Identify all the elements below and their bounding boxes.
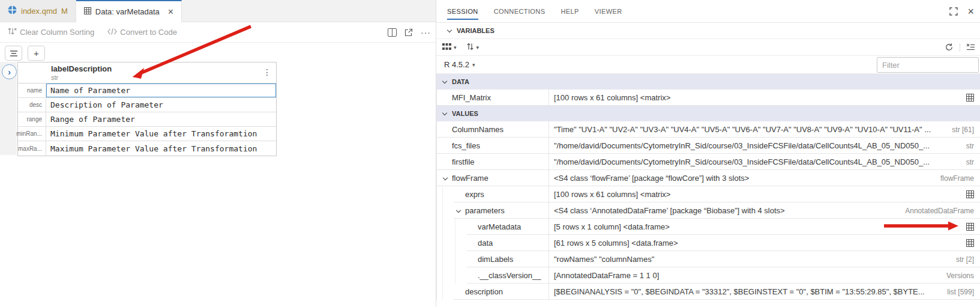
table-row: descDescription of Parameter (18, 98, 276, 112)
variable-name-cell: exprs (437, 186, 549, 202)
display-mode-dropdown[interactable]: ▾ (442, 42, 457, 53)
variable-type-badge: flowFrame (934, 174, 980, 183)
tab-connections[interactable]: CONNECTIONS (494, 0, 546, 22)
split-editor-icon[interactable] (388, 28, 397, 37)
close-panel-icon[interactable]: × (967, 6, 974, 17)
variables-toolbar: ▾ ▾ (436, 39, 980, 56)
summary-layout-button[interactable] (5, 46, 22, 61)
variable-row-description[interactable]: description[$BEGINANALYSIS = "0", $BEGIN… (436, 284, 980, 300)
caret-down-icon: ▾ (476, 44, 479, 50)
tab-data-varmetadata[interactable]: Data: varMetadata × (76, 0, 182, 22)
table-cell[interactable]: Name of Parameter (46, 84, 276, 97)
table-cell[interactable]: Range of Parameter (46, 112, 276, 126)
variable-row-varmetadata[interactable]: varMetadata[5 rows x 1 column] <data.fra… (436, 219, 980, 235)
tab-viewer[interactable]: VIEWER (595, 0, 622, 22)
panel-actions: × (949, 6, 974, 17)
chevron-down-icon[interactable] (455, 207, 463, 215)
variable-name: ColumnNames (452, 125, 504, 134)
variable-type-badge: str (960, 158, 980, 166)
open-data-grid-icon[interactable] (960, 94, 980, 102)
tab-help[interactable]: HELP (561, 0, 579, 22)
variable-value: [100 rows x 61 columns] <matrix> (549, 186, 960, 202)
metadata-table-rows: nameName of ParameterdescDescription of … (18, 84, 276, 156)
variable-row-data[interactable]: data[61 rows x 5 columns] <data.frame> (436, 235, 980, 251)
table-row: maxRa...Maximum Parameter Value after Tr… (18, 141, 276, 156)
open-in-new-window-icon[interactable] (404, 28, 413, 37)
variable-row-exprs[interactable]: exprs[100 rows x 61 columns] <matrix> (436, 186, 980, 202)
variable-type-badge: AnnotatedDataFrame (899, 207, 980, 215)
indent-guide (455, 251, 467, 267)
variable-name-cell: flowFrame (437, 170, 549, 186)
section-header-values[interactable]: VALUES (436, 106, 980, 121)
variable-name-cell: parameters (437, 202, 549, 219)
clear-column-sorting-button[interactable]: Clear Column Sorting (7, 27, 94, 37)
tab-session[interactable]: SESSION (447, 0, 478, 22)
tab-label: VIEWER (595, 8, 622, 15)
more-actions-icon[interactable]: ··· (421, 28, 431, 37)
grid-view-icon (442, 42, 451, 53)
variables-section-header[interactable]: VARIABLES (436, 23, 980, 39)
table-cell[interactable]: Minimum Parameter Value after Transforam… (46, 127, 276, 141)
metadata-table: labelDescription str ⋮ nameName of Param… (17, 62, 277, 156)
add-filter-button[interactable]: + (28, 46, 45, 61)
variable-row-mfi-matrix[interactable]: MFI_Matrix[100 rows x 61 columns] <matri… (436, 90, 980, 106)
runtime-label[interactable]: R 4.5.2 (444, 60, 469, 69)
maximize-panel-icon[interactable] (949, 7, 958, 16)
variable-type-badge: str [61] (946, 126, 980, 134)
column-name: labelDescription (51, 64, 112, 73)
variable-row-columnnames[interactable]: ColumnNames"Time" "UV1-A" "UV2-A" "UV3-A… (436, 121, 980, 138)
indent-guide (442, 284, 455, 300)
expand-summary-button[interactable]: › (2, 64, 17, 79)
table-cell[interactable]: Description of Parameter (46, 98, 276, 112)
data-explorer-buttons: + (5, 46, 45, 61)
separator (960, 43, 960, 52)
section-header-data[interactable]: DATA (436, 74, 980, 90)
caret-down-icon: ▾ (454, 44, 457, 50)
variable-name: varMetadata (478, 222, 521, 231)
variable-value: [100 rows x 61 columns] <matrix> (549, 90, 960, 106)
variable-name: data (478, 239, 493, 248)
open-data-grid-icon[interactable] (960, 239, 980, 247)
column-header[interactable]: labelDescription str ⋮ (18, 62, 276, 84)
variable-row-firstfile[interactable]: firstfile"/home/david/Documents/Cytometr… (436, 154, 980, 170)
data-explorer-toolbar: Clear Column Sorting Convert to Code ··· (0, 22, 436, 43)
tab-index-qmd[interactable]: index.qmd M (0, 0, 76, 22)
tab-label: CONNECTIONS (494, 8, 546, 15)
close-tab-icon[interactable]: × (168, 7, 173, 17)
table-row: nameName of Parameter (18, 84, 276, 98)
open-data-grid-icon[interactable] (960, 223, 980, 231)
variable-name: MFI_Matrix (452, 93, 491, 102)
variables-title: VARIABLES (457, 27, 495, 34)
indent-guide (455, 235, 467, 251)
table-cell[interactable]: Maximum Parameter Value after Transforma… (46, 141, 276, 156)
variable-name-cell: dimLabels (437, 251, 549, 267)
variables-list: DATAMFI_Matrix[100 rows x 61 columns] <m… (436, 74, 980, 300)
sort-dropdown[interactable]: ▾ (466, 42, 479, 53)
indent-guide (455, 219, 467, 235)
sort-icon (466, 42, 474, 53)
refresh-icon[interactable] (945, 43, 954, 52)
table-row: rangeRange of Parameter (18, 112, 276, 127)
variable-row--classversion-[interactable]: .__classVersion__[AnnotatedDataFrame = 1… (436, 267, 980, 284)
tab-label: HELP (561, 8, 579, 15)
variable-value: "Time" "UV1-A" "UV2-A" "UV3-A" "UV4-A" "… (549, 121, 946, 138)
variable-row-parameters[interactable]: parameters<S4 class ‘AnnotatedDataFrame’… (436, 202, 980, 219)
convert-to-code-button[interactable]: Convert to Code (107, 28, 177, 37)
variable-value: "/home/david/Documents/CytometryInR_Sid/… (549, 138, 960, 154)
variable-name-cell: .__classVersion__ (437, 267, 549, 284)
open-data-grid-icon[interactable] (960, 190, 980, 198)
variable-name: firstfile (452, 157, 475, 166)
variable-name-cell: MFI_Matrix (437, 90, 549, 106)
variable-row-dimlabels[interactable]: dimLabels"rowNames" "columnNames"str [2] (436, 251, 980, 267)
variable-row-fcs-files[interactable]: fcs_files"/home/david/Documents/Cytometr… (436, 138, 980, 154)
variable-row-flowframe[interactable]: flowFrame<S4 class ‘flowFrame’ [package … (436, 170, 980, 186)
filter-input[interactable] (877, 57, 979, 73)
editor-pane: index.qmd M Data: varMetadata × Clear Co… (0, 0, 436, 307)
variable-type-badge: str (960, 142, 980, 150)
variable-name-cell: firstfile (437, 154, 549, 170)
data-grid-icon (84, 7, 91, 16)
indent-guide (442, 202, 455, 219)
clear-objects-icon[interactable] (966, 43, 975, 51)
chevron-down-icon[interactable] (442, 174, 450, 183)
column-menu-icon[interactable]: ⋮ (263, 67, 271, 77)
